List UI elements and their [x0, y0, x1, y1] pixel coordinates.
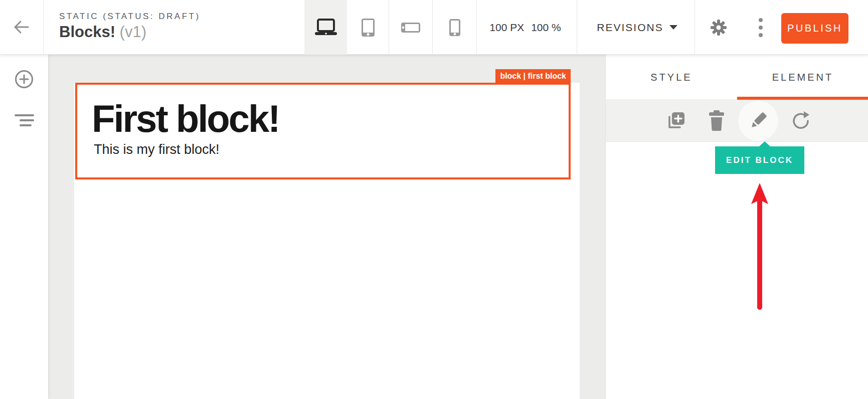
- page-title: Blocks! (v1): [59, 23, 146, 41]
- caret-down-icon: [669, 25, 677, 30]
- red-arrow-icon: [745, 178, 775, 313]
- edit-block-button[interactable]: [746, 109, 770, 133]
- tooltip-caret-icon: [759, 141, 770, 146]
- mobile-portrait-icon: [449, 19, 461, 37]
- element-toolbar: [606, 100, 868, 142]
- selected-block[interactable]: First block! This is my first block!: [75, 83, 571, 179]
- tooltip-label: EDIT BLOCK: [726, 155, 793, 165]
- delete-block-button[interactable]: [705, 109, 729, 133]
- block-body-text: This is my first block!: [94, 142, 220, 157]
- block-label-tag: block | first block: [495, 69, 571, 83]
- outline-list-icon: [15, 114, 34, 126]
- divider: [577, 0, 577, 55]
- gear-icon: [708, 17, 730, 39]
- reset-block-button[interactable]: [789, 109, 813, 133]
- page-title-text: Blocks!: [59, 23, 115, 41]
- tab-element[interactable]: ELEMENT: [737, 55, 868, 100]
- mobile-landscape-icon: [401, 22, 421, 33]
- mobile-landscape-preview-button[interactable]: [389, 0, 432, 55]
- duplicate-icon: [665, 110, 686, 131]
- page-status-overline: STATIC (STATUS: DRAFT): [59, 12, 201, 22]
- viewport-zoom-value: 100 %: [531, 22, 561, 34]
- refresh-icon: [790, 110, 811, 131]
- duplicate-block-button[interactable]: [664, 109, 688, 133]
- kebab-menu-icon: [758, 18, 763, 38]
- revisions-label: REVISIONS: [597, 22, 663, 34]
- settings-button[interactable]: [705, 14, 732, 41]
- edit-block-tooltip: EDIT BLOCK: [715, 146, 804, 174]
- tablet-preview-button[interactable]: [347, 0, 389, 55]
- inspector-tabbar: STYLE ELEMENT: [606, 55, 868, 100]
- add-block-button[interactable]: [11, 66, 37, 92]
- trash-icon: [708, 110, 726, 131]
- block-heading: First block!: [92, 100, 279, 138]
- back-arrow-icon: [11, 17, 31, 37]
- top-toolbar: STATIC (STATUS: DRAFT) Blocks! (v1): [0, 0, 868, 55]
- more-options-button[interactable]: [747, 14, 774, 41]
- page-version: (v1): [120, 23, 146, 41]
- divider: [695, 0, 695, 55]
- mobile-portrait-preview-button[interactable]: [433, 0, 476, 55]
- left-sidebar: [0, 55, 48, 399]
- tablet-icon: [361, 18, 375, 37]
- outline-button[interactable]: [11, 107, 37, 133]
- viewport-width-value: 100 PX: [489, 22, 524, 34]
- revisions-dropdown[interactable]: REVISIONS: [591, 0, 683, 55]
- laptop-icon: [314, 19, 338, 37]
- editor-canvas: First block! This is my first block! blo…: [48, 55, 605, 399]
- back-button[interactable]: [9, 16, 33, 39]
- desktop-preview-button[interactable]: [304, 0, 347, 55]
- pencil-icon: [748, 110, 769, 131]
- publish-button[interactable]: PUBLISH: [781, 13, 848, 44]
- divider: [43, 0, 44, 55]
- add-circle-icon: [15, 70, 34, 89]
- inspector-panel: STYLE ELEMENT: [605, 55, 868, 399]
- tab-style[interactable]: STYLE: [606, 55, 737, 100]
- viewport-info: 100 PX 100 %: [476, 0, 574, 55]
